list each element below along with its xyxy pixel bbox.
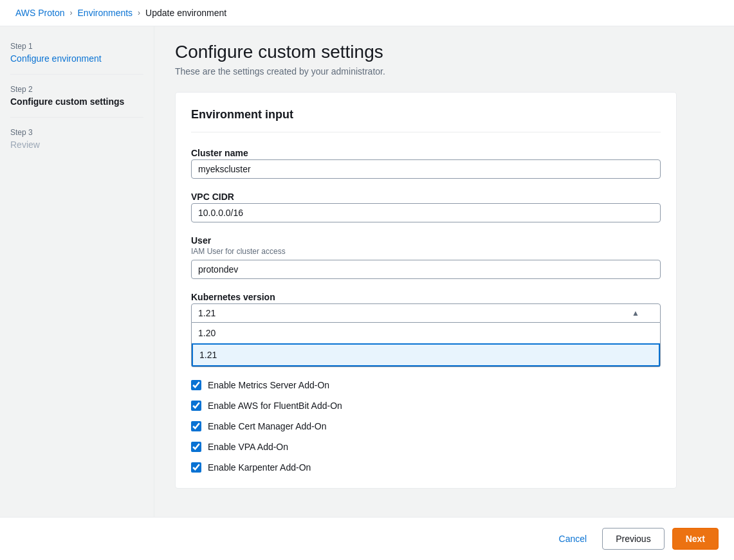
page-layout: Step 1 Configure environment Step 2 Conf… <box>0 26 734 557</box>
breadcrumb: AWS Proton › Environments › Update envir… <box>0 0 734 26</box>
environment-input-card: Environment input Cluster name VPC CIDR … <box>175 92 677 489</box>
sidebar-step-3: Step 3 Review <box>10 128 143 160</box>
metrics-checkbox[interactable] <box>191 380 201 390</box>
step-1-title[interactable]: Configure environment <box>10 53 143 64</box>
step-2-title: Configure custom settings <box>10 96 143 107</box>
kubernetes-version-dropdown[interactable]: 1.21 ▲ 1.20 1.21 <box>191 303 661 367</box>
user-description: IAM User for cluster access <box>191 247 661 256</box>
cancel-button[interactable]: Cancel <box>551 528 595 549</box>
card-title: Environment input <box>191 108 661 132</box>
step-2-label: Step 2 <box>10 85 143 94</box>
next-button[interactable]: Next <box>672 528 719 550</box>
fluentbit-checkbox[interactable] <box>191 401 201 411</box>
page-subtitle: These are the settings created by your a… <box>175 66 713 77</box>
vpa-label: Enable VPA Add-On <box>208 442 288 452</box>
checkbox-fluentbit: Enable AWS for FluentBit Add-On <box>191 401 661 411</box>
sidebar-step-1: Step 1 Configure environment <box>10 42 143 75</box>
karpenter-checkbox[interactable] <box>191 462 201 473</box>
certmanager-checkbox[interactable] <box>191 421 201 431</box>
breadcrumb-environments[interactable]: Environments <box>78 8 133 18</box>
vpc-cidr-input[interactable] <box>191 203 661 222</box>
fluentbit-label: Enable AWS for FluentBit Add-On <box>208 401 342 411</box>
chevron-up-icon: ▲ <box>632 309 639 318</box>
checkbox-vpa: Enable VPA Add-On <box>191 442 661 452</box>
step-3-title: Review <box>10 140 143 150</box>
kubernetes-version-label: Kubernetes version <box>191 292 661 302</box>
dropdown-options: 1.20 1.21 <box>191 323 661 367</box>
dropdown-option-1-20[interactable]: 1.20 <box>192 323 660 343</box>
dropdown-selected[interactable]: 1.21 ▲ <box>191 303 661 323</box>
checkbox-certmanager: Enable Cert Manager Add-On <box>191 421 661 431</box>
cluster-name-field: Cluster name <box>191 148 661 179</box>
certmanager-label: Enable Cert Manager Add-On <box>208 421 326 431</box>
metrics-label: Enable Metrics Server Add-On <box>208 380 329 390</box>
cluster-name-input[interactable] <box>191 159 661 179</box>
step-3-label: Step 3 <box>10 128 143 137</box>
vpc-cidr-label: VPC CIDR <box>191 192 661 202</box>
cluster-name-label: Cluster name <box>191 148 661 158</box>
karpenter-label: Enable Karpenter Add-On <box>208 462 311 473</box>
breadcrumb-sep-1: › <box>70 8 73 17</box>
user-input[interactable] <box>191 260 661 279</box>
kubernetes-version-field: Kubernetes version 1.21 ▲ 1.20 1.21 <box>191 292 661 367</box>
main-content: Configure custom settings These are the … <box>154 26 734 557</box>
checkbox-metrics: Enable Metrics Server Add-On <box>191 380 661 390</box>
page-title: Configure custom settings <box>175 42 713 62</box>
vpc-cidr-field: VPC CIDR <box>191 192 661 222</box>
checkbox-karpenter: Enable Karpenter Add-On <box>191 462 661 473</box>
previous-button[interactable]: Previous <box>602 528 664 550</box>
breadcrumb-sep-2: › <box>138 8 140 17</box>
breadcrumb-current: Update environment <box>145 8 226 18</box>
footer-bar: Cancel Previous Next <box>0 517 734 560</box>
user-label: User <box>191 235 661 246</box>
vpa-checkbox[interactable] <box>191 442 201 452</box>
dropdown-option-1-21[interactable]: 1.21 <box>192 343 660 366</box>
sidebar: Step 1 Configure environment Step 2 Conf… <box>0 26 154 557</box>
step-1-label: Step 1 <box>10 42 143 51</box>
breadcrumb-aws-proton[interactable]: AWS Proton <box>15 8 65 18</box>
user-field: User IAM User for cluster access <box>191 235 661 279</box>
sidebar-step-2: Step 2 Configure custom settings <box>10 85 143 118</box>
dropdown-selected-value: 1.21 <box>198 308 216 318</box>
